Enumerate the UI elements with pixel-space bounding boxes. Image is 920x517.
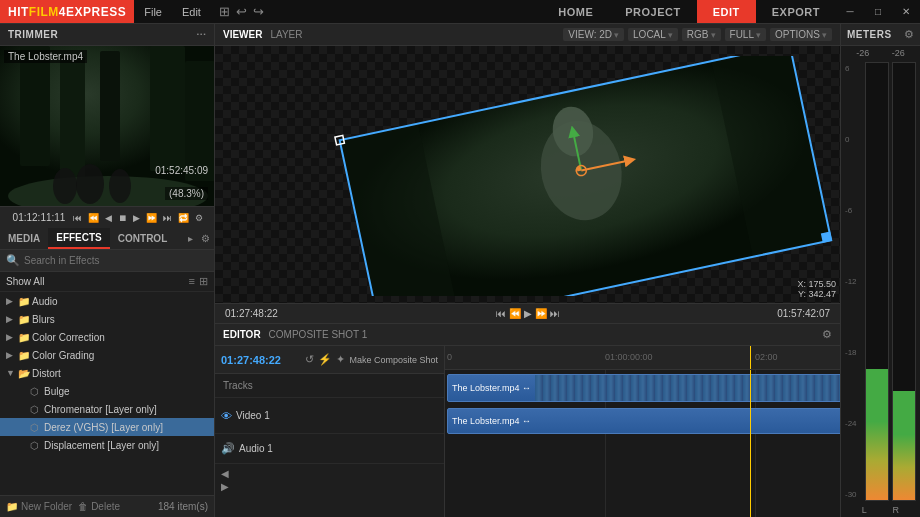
delete-button[interactable]: 🗑 Delete — [78, 501, 120, 512]
trim-btn-play-back[interactable]: ◀ — [103, 213, 114, 223]
nav-icons: ⊞ ↩ ↪ — [211, 4, 272, 19]
tree-toggle-distort: ▼ — [6, 368, 18, 378]
menu-file[interactable]: File — [134, 0, 172, 23]
viewer-btn-step-back[interactable]: ⏪ — [509, 308, 521, 319]
effects-menu-icon[interactable]: ⚙ — [197, 233, 214, 244]
meters-header: METERS ⚙ — [841, 24, 920, 46]
tree-item-blurs[interactable]: ▶ 📁 Blurs — [0, 310, 214, 328]
view-2d-arrow: ▾ — [614, 30, 619, 40]
effects-expand-icon[interactable]: ▸ — [184, 233, 197, 244]
svg-rect-6 — [185, 61, 214, 181]
nav-tab-edit[interactable]: EDIT — [697, 0, 756, 23]
trim-btn-step-back[interactable]: ⏪ — [86, 213, 101, 223]
viewer-btn-next[interactable]: ⏭ — [550, 308, 560, 319]
local-control[interactable]: LOCAL ▾ — [628, 28, 678, 41]
nav-icon-redo[interactable]: ↪ — [253, 4, 264, 19]
meter-label-right: -26 — [892, 48, 905, 58]
view-2d-control[interactable]: VIEW: 2D ▾ — [563, 28, 624, 41]
viewer-btn-prev[interactable]: ⏮ — [496, 308, 506, 319]
tree-item-bulge[interactable]: ⬡ Bulge — [0, 382, 214, 400]
tl-btn-add[interactable]: ✦ — [336, 353, 345, 366]
search-box: 🔍 — [0, 250, 214, 272]
meters-menu-icon[interactable]: ⚙ — [904, 28, 914, 41]
audio-track-mute-icon[interactable]: 🔊 — [221, 442, 235, 455]
full-control[interactable]: FULL ▾ — [725, 28, 766, 41]
close-button[interactable]: ✕ — [892, 0, 920, 23]
search-input[interactable] — [24, 255, 208, 266]
full-label: FULL — [730, 29, 754, 40]
trimmer-controls: 01:12:11:11 ⏮ ⏪ ◀ ⏹ ▶ ⏩ ⏭ 🔁 ⚙ — [0, 206, 214, 228]
options-control[interactable]: OPTIONS ▾ — [770, 28, 832, 41]
nav-icon-undo[interactable]: ↩ — [236, 4, 247, 19]
scale-neg18: -18 — [845, 348, 863, 357]
meter-bar-left — [865, 62, 889, 501]
nav-tab-project[interactable]: PROJECT — [609, 0, 696, 23]
track-arrow-left[interactable]: ◀ — [221, 468, 438, 479]
folder-icon-blurs: 📁 — [18, 314, 32, 325]
timeline-timecode: 01:27:48:22 — [221, 354, 281, 366]
audio-clip[interactable]: The Lobster.mp4 ↔ — [447, 408, 840, 434]
tab-controls[interactable]: CONTROL — [110, 228, 175, 249]
meter-label-left: -26 — [856, 48, 869, 58]
trim-btn-next-frame[interactable]: ⏭ — [161, 213, 174, 223]
nav-tab-home[interactable]: HOME — [542, 0, 609, 23]
effect-icon-derez: ⬡ — [30, 422, 44, 433]
rgb-control[interactable]: RGB ▾ — [682, 28, 721, 41]
timeline-playhead[interactable] — [750, 346, 751, 369]
menu-edit[interactable]: Edit — [172, 0, 211, 23]
tl-btn-loop[interactable]: ↺ — [305, 353, 314, 366]
trim-btn-prev-frame[interactable]: ⏮ — [71, 213, 84, 223]
svg-point-8 — [53, 168, 77, 204]
viewer-btn-play[interactable]: ▶ — [524, 308, 532, 319]
show-all-label: Show All — [6, 276, 189, 287]
tree-item-audio[interactable]: ▶ 📁 Audio — [0, 292, 214, 310]
effects-toolbar: Show All ≡ ⊞ — [0, 272, 214, 292]
trimmer-menu-icon[interactable]: ⋯ — [196, 29, 207, 40]
trimmer-timecode: 01:12:11:11 — [9, 212, 70, 223]
track-arrow-right[interactable]: ▶ — [221, 481, 438, 492]
scale-neg12: -12 — [845, 277, 863, 286]
make-composite-btn[interactable]: Make Composite Shot — [349, 355, 438, 365]
nav-icon-grid[interactable]: ⊞ — [219, 4, 230, 19]
tree-item-distort[interactable]: ▼ 📂 Distort — [0, 364, 214, 382]
tree-item-displacement[interactable]: ⬡ Displacement [Layer only] — [0, 436, 214, 454]
video-track-visible-icon[interactable]: 👁 — [221, 410, 232, 422]
svg-rect-21 — [822, 232, 831, 241]
tab-viewer[interactable]: VIEWER — [223, 29, 262, 40]
svg-rect-4 — [100, 51, 120, 161]
viewer-clip-svg — [295, 56, 840, 296]
tab-effects[interactable]: EFFECTS — [48, 228, 110, 249]
tree-item-derez[interactable]: ⬡ Derez (VGHS) [Layer only] — [0, 418, 214, 436]
nav-tab-export[interactable]: EXPORT — [756, 0, 836, 23]
folder-icon-color-grading: 📁 — [18, 350, 32, 361]
minimize-button[interactable]: ─ — [836, 0, 864, 23]
tab-media[interactable]: MEDIA — [0, 228, 48, 249]
viewer-timecode-right: 01:57:42:07 — [773, 308, 834, 319]
viewer-bottom-controls: 01:27:48:22 ⏮ ⏪ ▶ ⏩ ⏭ 01:57:42:07 — [215, 303, 840, 323]
editor-menu-icon[interactable]: ⚙ — [822, 328, 832, 341]
tab-layer[interactable]: LAYER — [270, 29, 302, 40]
viewer-btn-step-fwd[interactable]: ⏩ — [535, 308, 547, 319]
tl-btn-snap[interactable]: ⚡ — [318, 353, 332, 366]
viewer-clip-container — [295, 56, 840, 296]
trim-btn-settings[interactable]: ⚙ — [193, 213, 205, 223]
viewer-canvas[interactable]: X: 175.50 Y: 342.47 — [215, 46, 840, 303]
trim-btn-loop[interactable]: 🔁 — [176, 213, 191, 223]
meter-bars-container — [865, 62, 916, 501]
video-clip-thumbnail — [535, 375, 840, 401]
effects-icon-1[interactable]: ≡ — [189, 275, 195, 288]
trim-btn-step-fwd[interactable]: ⏩ — [144, 213, 159, 223]
tree-item-chromenator[interactable]: ⬡ Chromenator [Layer only] — [0, 400, 214, 418]
meters-top-labels: -26 -26 — [841, 46, 920, 60]
new-folder-button[interactable]: 📁 New Folder — [6, 501, 72, 512]
scale-0: 0 — [845, 135, 863, 144]
tree-item-color-correction[interactable]: ▶ 📁 Color Correction — [0, 328, 214, 346]
trim-btn-play[interactable]: ▶ — [131, 213, 142, 223]
trim-btn-stop[interactable]: ⏹ — [116, 213, 129, 223]
maximize-button[interactable]: □ — [864, 0, 892, 23]
tab-composite-shot[interactable]: COMPOSITE SHOT 1 — [269, 329, 368, 340]
video-clip[interactable]: The Lobster.mp4 ↔ — [447, 374, 840, 402]
effects-icon-2[interactable]: ⊞ — [199, 275, 208, 288]
tree-item-color-grading[interactable]: ▶ 📁 Color Grading — [0, 346, 214, 364]
tab-editor[interactable]: EDITOR — [223, 329, 261, 340]
